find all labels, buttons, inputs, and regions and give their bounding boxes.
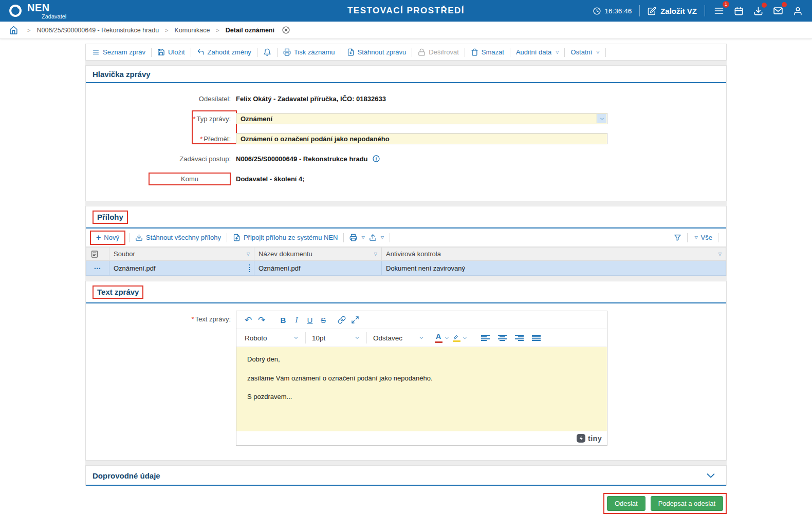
- clock-icon: [593, 7, 601, 15]
- attachment-row[interactable]: ⋯ Oznámení.pdf Oznámení.pdf Dokument nen…: [86, 261, 726, 276]
- caret-down-icon: ▽: [361, 236, 364, 240]
- breadcrumb-item-procedure[interactable]: N006/25/S00000649 - Rekonstrukce hradu: [36, 27, 159, 34]
- editor-toolbar-row2: Roboto 10pt Odstavec: [236, 329, 607, 347]
- toolbar-divider: [687, 233, 688, 242]
- editor-underline-button[interactable]: U: [303, 313, 317, 327]
- export-attachments-button[interactable]: ▽: [367, 234, 386, 241]
- home-link[interactable]: [9, 26, 18, 34]
- toolbar-divider: [465, 48, 465, 57]
- editor-content-area[interactable]: Dobrý den, zasíláme Vám oznámení o označ…: [236, 347, 607, 431]
- editor-blockformat-select[interactable]: Odstavec: [370, 331, 428, 345]
- discard-changes-button[interactable]: Zahodit změny: [195, 48, 253, 56]
- delete-button[interactable]: Smazat: [469, 48, 506, 56]
- brand-subtitle: Zadavatel: [27, 14, 66, 20]
- caret-down-icon: ▽: [556, 50, 559, 54]
- home-icon: [9, 26, 18, 34]
- column-filter-icon[interactable]: ▽: [247, 252, 250, 256]
- sign-and-send-button[interactable]: Podepsat a odeslat: [651, 496, 723, 511]
- send-button[interactable]: Odeslat: [607, 496, 645, 511]
- breadcrumb-item-current: Detail oznámení: [226, 27, 274, 34]
- mail-icon: [773, 6, 783, 16]
- brand[interactable]: NEN Zadavatel: [8, 3, 66, 20]
- list-icon: [92, 48, 100, 56]
- editor-redo-button[interactable]: ↷: [255, 313, 268, 327]
- row-menu-button[interactable]: ⋯: [86, 261, 109, 276]
- editor-link-button[interactable]: [335, 313, 348, 327]
- expand-section-button[interactable]: [705, 470, 719, 481]
- plus-icon: +: [96, 234, 101, 242]
- editor-fullscreen-button[interactable]: [348, 313, 362, 327]
- editor-align-right-button[interactable]: [515, 335, 524, 341]
- attachment-docname-cell[interactable]: Oznámení.pdf: [254, 261, 382, 276]
- toolbar-divider: [412, 48, 412, 57]
- calendar-button[interactable]: [733, 5, 745, 17]
- filter-button[interactable]: [672, 234, 684, 241]
- file-download-icon: [347, 48, 355, 56]
- message-list-button[interactable]: Seznam zpráv: [90, 48, 147, 56]
- create-vz-button[interactable]: Založit VZ: [648, 7, 697, 15]
- editor-textcolor-caret[interactable]: [444, 335, 450, 341]
- downloads-button[interactable]: [752, 5, 764, 17]
- attachments-toolbar: + Nový Stáhnout všechny přílohy: [86, 228, 726, 247]
- message-type-select[interactable]: Oznámení: [236, 113, 607, 124]
- recipient-label-cell: Komu: [86, 173, 236, 185]
- accompanying-title-row[interactable]: Doprovodné údaje: [86, 466, 726, 486]
- toolbar-divider: [341, 48, 341, 57]
- attachments-title-row: Přílohy: [86, 206, 726, 228]
- download-all-attachments-button[interactable]: Stáhnout všechny přílohy: [133, 234, 223, 241]
- tiny-brand-label: tiny: [588, 434, 602, 443]
- editor-undo-button[interactable]: ↶: [242, 313, 255, 327]
- editor-highlight-caret[interactable]: [462, 335, 468, 341]
- tiny-logo-icon: [577, 434, 585, 443]
- menu-button[interactable]: 1: [713, 5, 725, 17]
- print-attachments-button[interactable]: ▽: [347, 234, 366, 241]
- toolbar-divider: [227, 233, 227, 242]
- messages-badge: [782, 2, 787, 7]
- editor-font-select[interactable]: Roboto: [242, 331, 302, 345]
- file-plus-icon: [233, 234, 241, 241]
- editor-align-justify-button[interactable]: [532, 335, 541, 341]
- message-type-value: Oznámení: [241, 115, 272, 123]
- editor-align-center-button[interactable]: [498, 335, 507, 341]
- new-attachment-button[interactable]: + Nový: [96, 234, 119, 242]
- column-header-docname[interactable]: Název dokumentu ▽: [254, 247, 382, 261]
- editor-textcolor-button[interactable]: A: [433, 331, 444, 345]
- attachment-file-cell[interactable]: Oznámení.pdf: [109, 261, 254, 276]
- close-detail-button[interactable]: [282, 26, 290, 34]
- select-dropdown-button[interactable]: [597, 114, 606, 123]
- print-record-button[interactable]: Tisk záznamu: [281, 48, 337, 56]
- profile-button[interactable]: [792, 5, 804, 17]
- subject-input[interactable]: Oznámení o označení podání jako nepodané…: [236, 133, 607, 144]
- other-button[interactable]: Ostatní ▽: [568, 48, 601, 56]
- breadcrumb: > N006/25/S00000649 - Rekonstrukce hradu…: [0, 22, 812, 39]
- column-settings-header[interactable]: [86, 247, 109, 261]
- filter-all-button[interactable]: ▽ Vše: [691, 234, 714, 241]
- attachment-antivirus-cell: Dokument není zavirovaný: [382, 261, 726, 276]
- chevron-down-icon: [444, 335, 450, 341]
- editor-italic-button[interactable]: I: [290, 313, 303, 327]
- column-resize-handle[interactable]: [249, 264, 250, 272]
- column-filter-icon[interactable]: ▽: [374, 252, 377, 256]
- messages-button[interactable]: [772, 5, 784, 17]
- main-content: Seznam zpráv Uložit Zahodit změny: [85, 44, 727, 486]
- caret-down-icon: ▽: [694, 236, 697, 240]
- breadcrumb-item-communication[interactable]: Komunikace: [175, 27, 210, 34]
- editor-fontsize-select[interactable]: 10pt: [309, 331, 363, 345]
- procedure-info-button[interactable]: [372, 155, 380, 163]
- editor-highlight-button[interactable]: [451, 331, 462, 345]
- recipient-label: Komu: [149, 173, 231, 185]
- editor-bold-button[interactable]: B: [276, 313, 290, 327]
- attach-from-nen-button[interactable]: Připojit přílohu ze systému NEN: [231, 234, 340, 241]
- column-header-file[interactable]: Soubor ▽: [109, 247, 254, 261]
- editor-strikethrough-button[interactable]: S: [317, 313, 330, 327]
- audit-data-button[interactable]: Auditní data ▽: [514, 48, 561, 56]
- save-button[interactable]: Uložit: [155, 48, 187, 56]
- editor-align-left-button[interactable]: [481, 335, 490, 341]
- menu-badge: 1: [723, 1, 729, 8]
- textcolor-glyph: A: [436, 333, 441, 340]
- column-header-antivirus[interactable]: Antivirová kontrola ▽: [382, 247, 726, 261]
- environment-title: TESTOVACÍ PROSTŘEDÍ: [347, 6, 465, 16]
- column-filter-icon[interactable]: ▽: [718, 252, 722, 256]
- download-message-button[interactable]: Stáhnout zprávu: [345, 48, 409, 56]
- notifications-button[interactable]: [261, 48, 273, 56]
